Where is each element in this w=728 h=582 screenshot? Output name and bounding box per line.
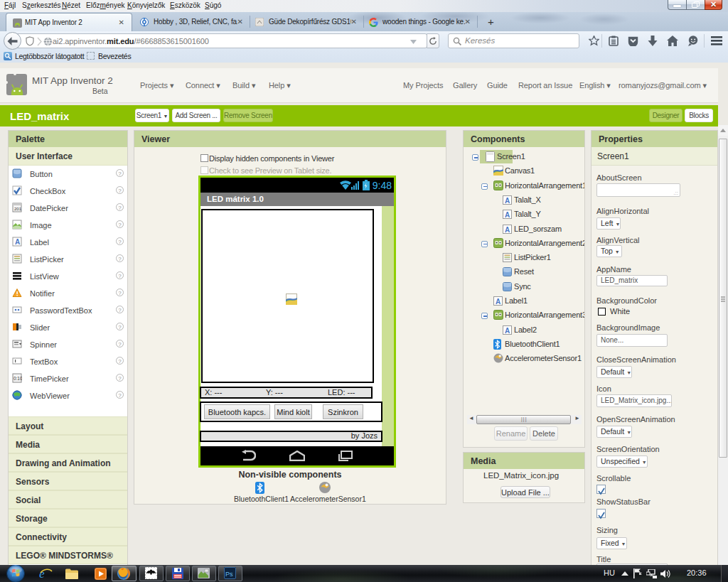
svg-text:0:10: 0:10 (14, 376, 22, 381)
svg-text:A: A (496, 298, 500, 306)
svg-text:201: 201 (14, 207, 22, 211)
svg-text:A: A (505, 326, 510, 334)
svg-text:e: e (39, 567, 45, 580)
svg-text:A: A (505, 211, 510, 219)
svg-text:A: A (15, 238, 20, 246)
svg-text:A: A (505, 225, 510, 233)
svg-text:A: A (505, 196, 510, 204)
svg-text:Ps: Ps (225, 571, 233, 578)
